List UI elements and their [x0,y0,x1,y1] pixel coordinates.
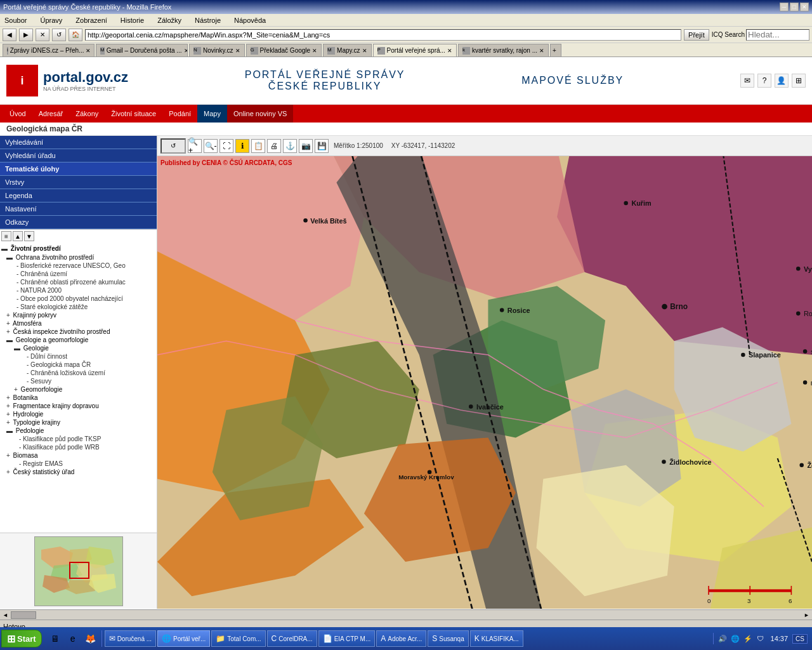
tab-6[interactable]: k kvartér svratky, rajon ... ✕ [458,44,549,56]
tray-security[interactable]: 🛡 [755,633,766,644]
taskbar-eia[interactable]: 📄 EIA CTP M... [318,630,376,647]
tree-geologie-geo[interactable]: ▬ Geologie a geomorfologie [6,336,155,344]
tree-root-zivotni[interactable]: ▬ Životní prostředí [1,244,155,253]
tree-natura[interactable]: NATURA 2000 [9,286,155,295]
portal-icon-grid[interactable]: ⊞ [792,74,806,88]
map-anchor[interactable]: ⚓ [283,139,297,153]
tab-1[interactable]: M Gmail – Doručená pošta ... ✕ [96,44,188,56]
map-save[interactable]: 💾 [315,139,329,153]
taskbar-susanqa[interactable]: S Susanqa [428,630,469,647]
portal-icon-help[interactable]: ? [757,74,771,88]
ql-ie[interactable]: e [65,630,81,647]
go-button[interactable]: Přejít [684,29,709,41]
menu-soubor[interactable]: Soubor [3,16,29,25]
sidebar-tematicke-ulohy[interactable]: Tematické úlohy [0,162,157,176]
nav-mapy[interactable]: Mapy [197,105,227,123]
back-btn[interactable]: ◀ [3,29,16,41]
tab-close-5[interactable]: ✕ [447,48,452,54]
horizontal-scrollbar[interactable]: ◄ ► [0,609,812,620]
tree-botanika[interactable]: + Botanika [6,394,155,402]
menu-napoveda[interactable]: Nápověda [232,16,268,25]
map-screenshot[interactable]: 📷 [299,139,313,153]
home-btn[interactable]: 🏠 [69,29,82,41]
lang-button[interactable]: CS [792,634,808,644]
taskbar-adobe[interactable]: A Adobe Acr... [376,630,426,647]
map-extent[interactable]: ⛶ [219,139,233,153]
tab-0[interactable]: i Zprávy iDNES.cz – Přeh... ✕ [3,44,95,56]
search-input[interactable] [746,29,809,41]
tab-close-3[interactable]: ✕ [312,48,317,54]
sidebar-tree[interactable]: ▬ Životní prostředí ▬ Ochrana životního … [0,242,157,533]
forward-btn[interactable]: ▶ [19,29,33,41]
nav-uvod[interactable]: Úvod [3,105,32,123]
tree-geologicka-mapa[interactable]: Geologická mapa ČR [19,361,155,369]
sidebar-vrstvy[interactable]: Vrstvy [0,176,157,189]
sidebar-vyhledani-uradu[interactable]: Vyhledání úřadu [0,149,157,162]
tree-pedologie[interactable]: ▬ Pedologie [6,427,155,435]
tree-obce[interactable]: Obce pod 2000 obyvatel nacházející [9,295,155,303]
nav-noviny[interactable]: Online noviny VS [227,105,293,123]
taskbar-klasifika[interactable]: K KLASIFIKA... [470,630,523,647]
tree-registr-emas[interactable]: Registr EMAS [11,460,155,468]
tool-scroll-down[interactable]: ▼ [24,231,34,241]
nav-zakony[interactable]: Zákony [69,105,105,123]
tool-scroll-up[interactable]: ▲ [13,231,23,241]
sidebar-odkazy[interactable]: Odkazy [0,216,157,229]
scroll-thumb-h[interactable] [11,611,36,619]
menu-nastroje[interactable]: Nástroje [193,16,223,25]
menu-upravy[interactable]: Úpravy [38,16,64,25]
tab-3[interactable]: G Překladač Google ✕ [246,44,322,56]
tray-sound[interactable]: 🔊 [717,633,728,644]
tree-chranena-loziska[interactable]: Chráněná ložisková území [19,369,155,377]
tree-stare-zateze[interactable]: Staré ekologické zátěže [9,303,155,311]
tab-close-0[interactable]: ✕ [86,48,91,54]
tool-list[interactable]: ≡ [1,231,11,241]
tree-fragmentace[interactable]: + Fragmentace krajiny dopravou [6,402,155,410]
tree-sesuvy[interactable]: Sesuvy [19,377,155,385]
tree-chranene-oblasti[interactable]: Chráněné oblasti přirozené akumulac [9,278,155,286]
sidebar-nastaveni[interactable]: Nastavení [0,202,157,216]
sidebar-vyhledavani[interactable]: Vyhledávání [0,136,157,149]
sidebar-legenda[interactable]: Legenda [0,189,157,202]
tree-hydrologie[interactable]: + Hydrologie [6,410,155,418]
menu-zobrazeni[interactable]: Zobrazení [74,16,109,25]
start-button[interactable]: ⊞ Start [1,630,42,647]
map-print[interactable]: 🖨 [267,139,281,153]
portal-icon-mail[interactable]: ✉ [740,74,754,88]
taskbar-coreldra[interactable]: C CorelDRA... [267,630,317,647]
tree-geomorfologie[interactable]: + Geomorfologie [9,385,155,394]
tree-biomasa[interactable]: + Biomasa [6,451,155,460]
ql-firefox[interactable]: 🦊 [82,630,99,647]
portal-icon-user[interactable]: 👤 [775,74,789,88]
nav-zivotni[interactable]: Životní situace [105,105,162,123]
map-refresh-btn[interactable]: ↺ [160,138,186,154]
maximize-btn[interactable]: □ [790,3,799,11]
map-zoom-out[interactable]: 🔍- [204,139,218,153]
tree-biosfer[interactable]: Biosferické rezervace UNESCO, Geo [9,262,155,270]
ql-show-desktop[interactable]: 🖥 [47,630,63,647]
tree-klasifikace-wrb[interactable]: Klasifikace půd podle WRB [11,443,155,451]
tab-close-6[interactable]: ✕ [539,48,544,54]
tree-typologie[interactable]: + Typologie krajiny [6,418,155,427]
tab-5[interactable]: P Portál veřejné sprá... ✕ [373,44,457,56]
map-viewport[interactable]: Published by CENIA © ČSÚ ARCDATA, CGS [157,156,812,609]
tree-ceska-inspekce[interactable]: + Česká inspekce životního prostřed [6,328,155,336]
tab-close-1[interactable]: ✕ [184,48,188,54]
tree-dulni[interactable]: Důlní činnost [19,352,155,361]
minimize-btn[interactable]: ─ [780,3,789,11]
stop-btn[interactable]: ✕ [36,29,49,41]
tray-network[interactable]: 🌐 [730,633,741,644]
tree-atmosfera[interactable]: + Atmosféra [6,319,155,328]
map-zoom-in[interactable]: 🔍+ [188,139,202,153]
tab-2[interactable]: N Novinky.cz ✕ [189,44,245,56]
address-bar[interactable] [85,29,681,41]
taskbar-portal[interactable]: 🌐 Portál veř... [157,630,210,647]
nav-podani[interactable]: Podání [162,105,197,123]
tray-power[interactable]: ⚡ [742,633,754,644]
map-info[interactable]: ℹ [235,139,249,153]
scroll-left-btn[interactable]: ◄ [1,612,10,618]
thumbnail-image[interactable] [34,536,123,606]
tab-4[interactable]: M Mapy.cz ✕ [323,44,372,56]
tree-krajinny[interactable]: + Krajinný pokryv [6,311,155,319]
tree-geologie[interactable]: ▬ Geologie [9,344,155,352]
